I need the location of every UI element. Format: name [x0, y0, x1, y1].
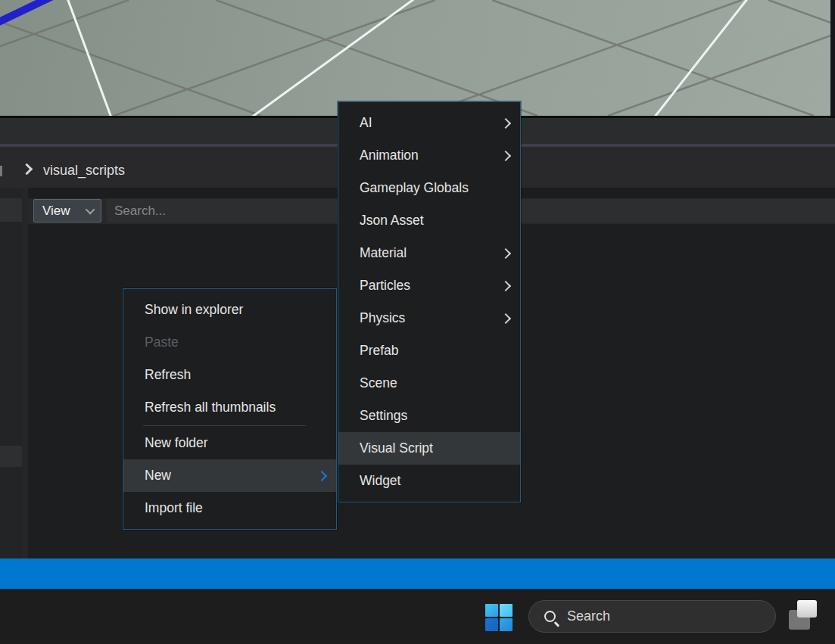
menu-item-show-in-explorer[interactable]: Show in explorer	[123, 294, 336, 326]
folder-tree-selected-item[interactable]	[0, 446, 22, 467]
submenu-item-particles[interactable]: Particles	[338, 269, 520, 302]
taskbar-search-label: Search	[567, 608, 610, 624]
submenu-arrow-icon	[500, 313, 511, 323]
major-grid-line	[67, 0, 112, 116]
submenu-item-prefab[interactable]: Prefab	[338, 334, 520, 367]
new-submenu: AI Animation Gameplay Globals Json Asset…	[338, 101, 521, 502]
screen: visual_scripts View Show in explorer Pas…	[0, 0, 835, 644]
menu-item-import-file[interactable]: Import file	[123, 492, 336, 524]
submenu-item-json-asset[interactable]: Json Asset	[338, 204, 520, 237]
submenu-item-ai[interactable]: AI	[338, 107, 520, 139]
status-bar	[0, 558, 835, 589]
submenu-item-animation[interactable]: Animation	[338, 139, 520, 172]
folder-tree-panel[interactable]	[0, 188, 22, 558]
submenu-item-physics[interactable]: Physics	[338, 302, 520, 334]
breadcrumb-folder[interactable]: visual_scripts	[43, 163, 125, 179]
submenu-item-gameplay-globals[interactable]: Gameplay Globals	[338, 172, 520, 204]
view-dropdown-button[interactable]: View	[33, 199, 101, 222]
viewport-3d[interactable]	[0, 0, 835, 116]
grid-floor	[0, 0, 835, 116]
folder-tree-toolbar	[0, 198, 22, 222]
submenu-arrow-icon	[316, 470, 327, 481]
menu-item-refresh-all-thumbnails[interactable]: Refresh all thumbnails	[123, 391, 336, 424]
submenu-item-settings[interactable]: Settings	[338, 400, 520, 432]
stacked-windows-icon[interactable]	[787, 599, 824, 632]
search-icon	[544, 611, 556, 622]
submenu-arrow-icon	[500, 117, 511, 128]
submenu-item-material[interactable]: Material	[338, 237, 520, 269]
submenu-arrow-icon	[500, 280, 511, 291]
panel-splitter[interactable]	[22, 188, 28, 558]
taskbar-search-box[interactable]: Search	[528, 600, 776, 633]
submenu-arrow-icon	[500, 150, 511, 160]
submenu-item-visual-script[interactable]: Visual Script	[338, 432, 520, 465]
submenu-item-scene[interactable]: Scene	[338, 367, 520, 400]
menu-item-new-folder[interactable]: New folder	[123, 427, 336, 459]
menu-item-new[interactable]: New	[123, 459, 336, 492]
submenu-item-widget[interactable]: Widget	[338, 465, 520, 497]
menu-item-refresh[interactable]: Refresh	[123, 359, 336, 391]
axis-line-blue	[0, 0, 61, 24]
viewport-right-edge	[830, 0, 835, 116]
menu-separator	[143, 425, 306, 426]
view-button-label: View	[42, 204, 88, 219]
context-menu: Show in explorer Paste Refresh Refresh a…	[123, 288, 337, 530]
menu-item-paste[interactable]: Paste	[123, 326, 336, 359]
submenu-arrow-icon	[500, 247, 511, 258]
breadcrumb-clipped-item	[0, 166, 2, 176]
windows-start-icon[interactable]	[485, 604, 513, 631]
